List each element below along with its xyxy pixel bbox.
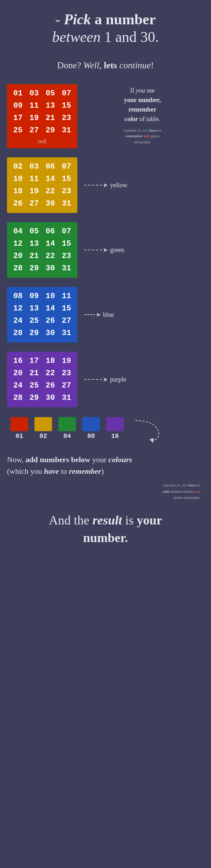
table-row: 30: [44, 263, 57, 274]
table-row: 20: [11, 367, 25, 379]
yellow-arrowhead: ➤: [103, 181, 108, 189]
table-row: 09: [11, 100, 25, 112]
table-row: 15: [60, 100, 73, 112]
purple-swatch-number: 16: [111, 433, 119, 440]
table-row: 21: [27, 367, 41, 379]
table-row: 08: [11, 290, 25, 302]
table-row: 25: [11, 125, 25, 136]
yellow-table-section: 02 03 06 07 10 11 14 15 18 19 22 23 26 2…: [7, 157, 204, 213]
blue-dashed-line: [84, 314, 95, 315]
numbers-text: numbers: [40, 455, 69, 464]
blue-arrow-label: ➤ blue: [84, 311, 200, 319]
number-thirty: 30.: [140, 29, 159, 45]
blue-dashed-arrow: ➤: [84, 311, 101, 319]
to-remember-text: to: [61, 467, 69, 476]
table-row: 29: [27, 392, 41, 404]
remember-text2: remember: [69, 467, 101, 476]
table-row: 22: [44, 185, 57, 197]
result-word: result: [92, 513, 122, 527]
green-right-info: ➤ green: [81, 243, 204, 257]
table-row: 29: [27, 263, 41, 274]
purple-table-section: 16 17 18 19 20 21 22 23 24 25 26 27 28 2…: [7, 352, 204, 407]
table-row: 19: [27, 112, 41, 124]
table-row: 24: [11, 315, 25, 327]
table-row: 06: [44, 226, 57, 237]
table-row: 06: [44, 161, 57, 172]
table-row: 11: [27, 173, 41, 185]
table-row: 03: [27, 88, 41, 99]
table-row: 07: [60, 161, 73, 172]
header-section: - Pick a number between 1 and 30.: [0, 0, 211, 53]
swatch-purple: 16: [106, 417, 124, 440]
is-text: is: [125, 513, 137, 527]
table-row: 13: [27, 303, 41, 314]
table-row: 18: [44, 355, 57, 367]
table-row: 09: [27, 290, 41, 302]
table-row: 10: [11, 173, 25, 185]
between-word: between: [52, 29, 101, 45]
red-right-info: If you see your number, remember color o…: [81, 84, 204, 149]
yellow-swatch-number: 02: [39, 433, 47, 440]
dash-char: -: [55, 11, 60, 27]
green-swatch-number: 04: [63, 433, 71, 440]
table-row: 25: [27, 315, 41, 327]
swatches-wrapper: 01 02 04 08 16: [11, 417, 130, 440]
blue-label: blue: [103, 311, 114, 319]
blue-swatch-box: [82, 417, 100, 431]
table-row: 27: [27, 125, 41, 136]
table-row: 05: [27, 226, 41, 237]
pick-word: Pick: [64, 11, 91, 27]
red-table: 01 03 05 07 09 11 13 15 17 19 21 23 25 2…: [7, 84, 77, 148]
purple-table-grid: 16 17 18 19 20 21 22 23 24 25 26 27 28 2…: [11, 355, 73, 404]
table-row: 19: [27, 185, 41, 197]
your-text: your: [92, 455, 106, 464]
table-row: 28: [11, 392, 25, 404]
swatch-red: 01: [11, 417, 28, 440]
table-row: 23: [60, 112, 73, 124]
table-row: 04: [11, 226, 25, 237]
table-row: 07: [60, 88, 73, 99]
table-row: 01: [11, 88, 25, 99]
a-number-text: a number: [95, 11, 156, 27]
and-word: and: [115, 29, 137, 45]
table-row: 23: [60, 185, 73, 197]
table-row: 25: [27, 380, 41, 391]
table-row: 31: [60, 327, 73, 339]
table-row: 28: [11, 327, 25, 339]
blue-table: 08 09 10 11 12 13 14 15 24 25 26 27 28 2…: [7, 287, 77, 342]
curved-arrow-container: [134, 419, 162, 445]
add-section: Now, add numbers below your colours (whi…: [0, 448, 211, 480]
yellow-arrow-label: ➤ yellow: [84, 181, 200, 189]
table-row: 31: [60, 198, 73, 209]
purple-arrow-label: ➤ purple: [84, 376, 200, 383]
swatch-blue: 08: [82, 417, 100, 440]
main-title: - Pick a number between 1 and 30.: [14, 11, 197, 46]
table-row: 30: [44, 198, 57, 209]
add-text: add: [25, 455, 38, 464]
table-row: 28: [11, 263, 25, 274]
swatch-yellow: 02: [34, 417, 52, 440]
table-row: 24: [11, 380, 25, 391]
table-row: 26: [11, 198, 25, 209]
purple-right-info: ➤ purple: [81, 372, 204, 387]
table-row: 17: [27, 355, 41, 367]
yellow-swatch-box: [34, 417, 52, 431]
red-table-section: 01 03 05 07 09 11 13 15 17 19 21 23 25 2…: [7, 84, 204, 149]
green-table-section: 04 05 06 07 12 13 14 15 20 21 22 23 28 2…: [7, 222, 204, 278]
green-table-grid: 04 05 06 07 12 13 14 15 20 21 22 23 28 2…: [11, 226, 73, 274]
table-row: 07: [60, 226, 73, 237]
table-row: 14: [44, 238, 57, 250]
blue-table-grid: 08 09 10 11 12 13 14 15 24 25 26 27 28 2…: [11, 290, 73, 339]
purple-arrowhead: ➤: [103, 376, 108, 383]
table-row: 03: [27, 161, 41, 172]
green-swatch-box: [58, 417, 76, 431]
purple-dashed-arrow: ➤: [84, 376, 108, 383]
well-text: Well,: [83, 60, 102, 70]
done-section: Done? Well, lets continue!: [0, 53, 211, 81]
green-label: green: [110, 246, 124, 254]
table-row: 30: [44, 327, 57, 339]
table-row: 20: [11, 250, 25, 262]
table-row: 21: [27, 250, 41, 262]
yellow-dashed-line: [84, 185, 102, 185]
green-dashed-line: [84, 250, 102, 250]
